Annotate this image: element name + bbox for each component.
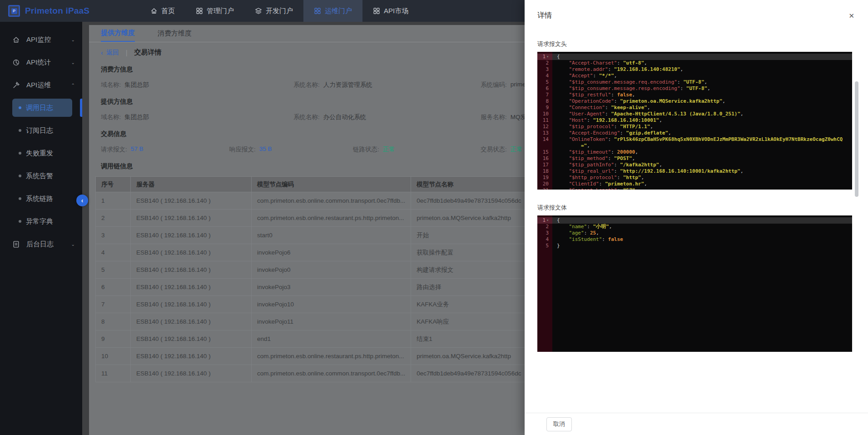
scrollbar-thumb[interactable]: [855, 81, 858, 197]
cell: com.primeton.esb.online.common.transport…: [252, 365, 411, 382]
request-header-editor[interactable]: 1▾{2 "Accept-Charset": "utf-8",3 "remote…: [537, 52, 852, 190]
code-line: 1▾{: [537, 54, 852, 60]
field-value[interactable]: 57 B: [131, 145, 144, 154]
code-line: 6 "$tip_consumer.message.resp.encoding":…: [537, 85, 852, 92]
layers-icon: [255, 7, 262, 15]
drawer-title: 详情: [537, 11, 552, 19]
sidebar-group-后台日志[interactable]: 后台日志⌄: [0, 233, 82, 255]
cell: 1: [96, 192, 131, 210]
nav-item-管理门户[interactable]: 管理门户: [185, 0, 244, 22]
sidebar-item-系统告警[interactable]: 系统告警: [0, 165, 82, 187]
nav-item-label: 开发门户: [266, 7, 293, 15]
cell: ESB140 ( 192.168.16.140 ): [131, 261, 252, 279]
logo-letter: P: [11, 8, 17, 14]
sidebar-item-调用日志[interactable]: 调用日志: [0, 96, 82, 119]
pie-icon: [12, 59, 20, 66]
line-number: 2: [537, 60, 552, 66]
sidebar-group-API监控[interactable]: API监控⌄: [0, 28, 82, 51]
line-number: 10: [537, 111, 552, 117]
line-number: 4: [537, 73, 552, 79]
field-label: 响应报文:: [229, 145, 256, 154]
breadcrumb-separator: |: [126, 49, 128, 56]
code-text: "$tip_method": "POST",: [552, 155, 852, 162]
sidebar-item-inner: 调用日志: [12, 99, 72, 117]
cell: 5: [96, 261, 131, 279]
column-header-模型节点编码: 模型节点编码: [252, 177, 411, 192]
sidebar-group-API统计[interactable]: API统计⌄: [0, 51, 82, 74]
fold-arrow-icon[interactable]: ▾: [546, 218, 549, 222]
cell: ESB140 ( 192.168.16.140 ): [131, 279, 252, 296]
tab-消费方维度[interactable]: 消费方维度: [158, 25, 192, 42]
code-line: 20 "ClientId": "primeton.hr",: [537, 181, 852, 187]
primeton-logo-icon: P: [8, 5, 20, 17]
column-header-序号: 序号: [96, 177, 131, 192]
field-响应报文: 响应报文:35 B: [229, 145, 353, 154]
code-line: 13 "Accept-Encoding": "gzip,deflate",: [537, 130, 852, 136]
field-链路状态: 链路状态:正常: [353, 145, 481, 154]
fold-arrow-icon[interactable]: ▾: [546, 55, 549, 59]
sidebar-collapse-button[interactable]: ‹: [76, 195, 88, 206]
line-number: 3: [537, 66, 552, 73]
line-number: 18: [537, 168, 552, 175]
sidebar-item-异常字典[interactable]: 异常字典: [0, 210, 82, 233]
sidebar-item-失败重发[interactable]: 失败重发: [0, 142, 82, 165]
nav-menu: 首页管理门户开发门户运维门户API市场: [140, 0, 419, 22]
field-value: 集团总部: [124, 81, 149, 89]
nav-item-label: 管理门户: [207, 7, 234, 15]
field-value: 办公自动化系统: [323, 113, 367, 121]
nav-item-运维门户[interactable]: 运维门户: [303, 0, 362, 22]
cell: start0: [252, 227, 411, 244]
line-number: [537, 143, 552, 149]
cell: ESB140 ( 192.168.16.140 ): [131, 210, 252, 227]
line-number: 7: [537, 92, 552, 98]
grid-icon: [373, 7, 380, 15]
line-number: 11: [537, 117, 552, 124]
request-header-label: 请求报文头: [537, 40, 858, 48]
sidebar-item-label: 调用日志: [26, 104, 53, 112]
code-line: 4 "isStudent": false: [537, 236, 852, 243]
cell: 2: [96, 210, 131, 227]
code-line: 5}: [537, 243, 852, 249]
cell: 6: [96, 279, 131, 296]
sidebar-item-inner: 系统告警: [12, 167, 60, 185]
back-button[interactable]: ‹ 返回: [101, 49, 119, 57]
sidebar-group-API运维[interactable]: API运维⌃: [0, 74, 82, 96]
line-number: 5: [537, 243, 552, 249]
sidebar-item-订阅日志[interactable]: 订阅日志: [0, 119, 82, 142]
code-line: 3 "age": 25,: [537, 230, 852, 236]
field-label: 交易状态:: [481, 145, 507, 154]
tab-提供方维度[interactable]: 提供方维度: [101, 25, 135, 42]
cancel-button[interactable]: 取消: [546, 417, 572, 431]
sidebar-item-系统链路[interactable]: 系统链路: [0, 187, 82, 210]
nav-item-label: 首页: [161, 7, 175, 15]
cell: invokePojo10: [252, 296, 411, 313]
code-text: {: [552, 217, 852, 224]
bullet-dot-icon: [19, 106, 21, 109]
line-number: 2: [537, 224, 552, 230]
code-line: 12 "$tip_protocol": "HTTP/1.1",: [537, 124, 852, 130]
chevron-down-icon: ⌄: [71, 242, 75, 247]
sidebar-group-label: API运维: [26, 81, 71, 90]
line-number: 1▾: [537, 217, 552, 224]
code-text: "OnlineToken": "rPlSk46zpCBaH5vPK68hq5xN…: [552, 136, 852, 143]
nav-item-API市场[interactable]: API市场: [362, 0, 419, 22]
code-text: "$tip_timeout": 200000,: [552, 149, 852, 155]
field-域名称: 域名称:集团总部: [101, 81, 293, 89]
sidebar-item-label: 系统链路: [26, 195, 53, 203]
field-label: 域名称:: [101, 113, 121, 121]
sidebar-item-label: 失败重发: [26, 149, 53, 158]
line-number: 4: [537, 236, 552, 243]
field-value[interactable]: 35 B: [259, 145, 272, 154]
request-body-editor[interactable]: 1▾{2 "name": "小明",3 "age": 25,4 "isStude…: [537, 215, 852, 352]
code-text: "age": 25,: [552, 230, 852, 236]
nav-item-首页[interactable]: 首页: [140, 0, 185, 22]
nav-item-label: 运维门户: [325, 7, 352, 15]
close-icon[interactable]: ✕: [848, 12, 854, 19]
detail-drawer: 详情 ✕ 请求报文头 1▾{2 "Accept-Charset": "utf-8…: [525, 0, 868, 435]
code-text: "$tip_consumer.message.req.encoding": "U…: [552, 79, 852, 85]
nav-item-开发门户[interactable]: 开发门户: [244, 0, 303, 22]
cell: invokePojo6: [252, 244, 411, 261]
chevron-down-icon: ⌄: [71, 60, 75, 65]
field-交易状态: 交易状态:正常: [481, 145, 523, 154]
code-line: 2 "Accept-Charset": "utf-8",: [537, 60, 852, 66]
